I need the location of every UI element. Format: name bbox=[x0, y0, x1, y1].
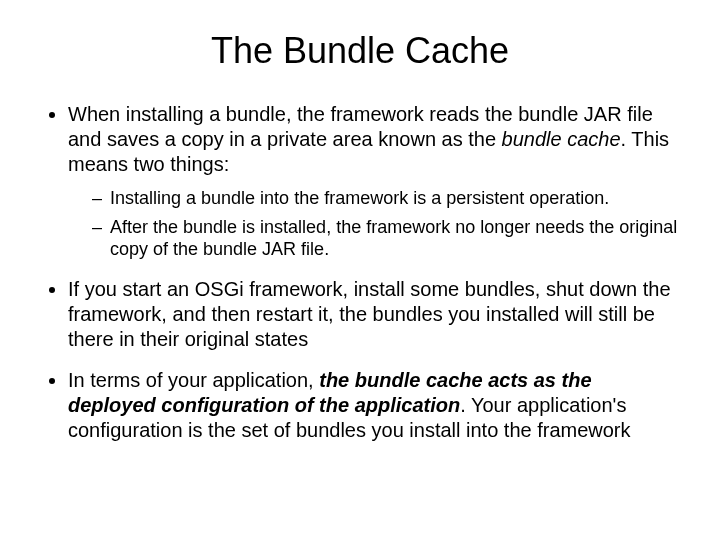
bullet-list: When installing a bundle, the framework … bbox=[40, 102, 680, 443]
slide-title: The Bundle Cache bbox=[40, 30, 680, 72]
bullet-3-text-pre: In terms of your application, bbox=[68, 369, 319, 391]
bullet-1: When installing a bundle, the framework … bbox=[68, 102, 680, 261]
bullet-1-sub-2: After the bundle is installed, the frame… bbox=[92, 216, 680, 261]
bullet-1-emphasis: bundle cache bbox=[502, 128, 621, 150]
bullet-1-sublist: Installing a bundle into the framework i… bbox=[68, 187, 680, 261]
bullet-2: If you start an OSGi framework, install … bbox=[68, 277, 680, 352]
bullet-3: In terms of your application, the bundle… bbox=[68, 368, 680, 443]
bullet-1-sub-1: Installing a bundle into the framework i… bbox=[92, 187, 680, 210]
slide: The Bundle Cache When installing a bundl… bbox=[0, 0, 720, 540]
